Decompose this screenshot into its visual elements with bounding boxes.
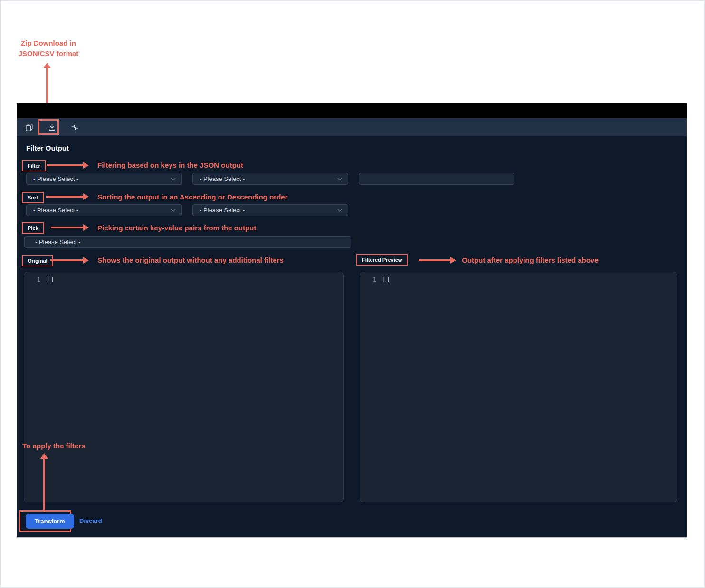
chevron-down-icon bbox=[171, 209, 176, 212]
panel-bottom-edge bbox=[17, 537, 687, 538]
sort-order-select-value: - Please Select - bbox=[200, 207, 337, 214]
sort-order-select[interactable]: - Please Select - bbox=[192, 204, 348, 216]
filtered-preview-label: Filtered Preview bbox=[356, 254, 408, 266]
sort-label: Sort bbox=[22, 192, 44, 203]
code-content: [] bbox=[47, 276, 54, 283]
copy-icon bbox=[25, 123, 33, 132]
original-annotation: Shows the original output without any ad… bbox=[97, 255, 284, 266]
filtered-preview-annotation: Output after applying filters listed abo… bbox=[462, 255, 599, 266]
chevron-down-icon bbox=[171, 178, 176, 180]
apply-annotation: To apply the filters bbox=[22, 441, 85, 451]
discard-link[interactable]: Discard bbox=[79, 517, 102, 524]
page-title: Filter Output bbox=[26, 144, 69, 152]
code-line: 1 [] bbox=[360, 272, 677, 283]
annotation-arrow-right-original bbox=[50, 257, 89, 264]
code-content: [] bbox=[382, 276, 390, 283]
annotation-arrow-right-pick bbox=[51, 224, 89, 231]
transform-button[interactable]: Transform bbox=[26, 514, 74, 529]
collapse-icon bbox=[71, 123, 79, 132]
code-line: 1 [] bbox=[24, 272, 343, 283]
filtered-preview-editor[interactable]: 1 [] bbox=[360, 272, 677, 502]
filter-key-select-value: - Please Select - bbox=[33, 175, 171, 182]
filter-annotation: Filtering based on keys in the JSON outp… bbox=[97, 160, 243, 171]
original-label: Original bbox=[22, 255, 53, 266]
copy-button[interactable] bbox=[23, 122, 35, 133]
annotation-arrow-up-transform bbox=[40, 453, 48, 510]
sort-annotation: Sorting the output in an Ascending or De… bbox=[97, 192, 287, 202]
annotation-arrow-right-filter bbox=[47, 162, 89, 169]
chevron-down-icon bbox=[337, 209, 342, 212]
annotation-arrow-right-sort bbox=[46, 193, 89, 200]
filter-key-select[interactable]: - Please Select - bbox=[26, 173, 182, 185]
pick-label: Pick bbox=[22, 222, 44, 234]
line-number: 1 bbox=[24, 276, 40, 283]
original-editor[interactable]: 1 [] bbox=[24, 272, 344, 502]
zip-download-annotation-line2: JSON/CSV format bbox=[10, 48, 86, 59]
sort-key-select-value: - Please Select - bbox=[33, 207, 171, 214]
page: Zip Download in JSON/CSV format bbox=[0, 0, 705, 588]
collapse-button[interactable] bbox=[69, 122, 80, 133]
zip-download-annotation-line1: Zip Download in bbox=[10, 38, 86, 48]
filter-operator-select-value: - Please Select - bbox=[200, 175, 337, 182]
annotation-arrow-right-filtered-preview bbox=[419, 257, 456, 264]
pick-annotation: Picking certain key-value pairs from the… bbox=[97, 223, 256, 233]
pick-select-value: - Please Select - bbox=[35, 238, 345, 246]
download-highlight-box bbox=[38, 119, 59, 135]
filter-label: Filter bbox=[22, 160, 46, 171]
window-top-bar bbox=[17, 103, 687, 118]
toolbar bbox=[17, 118, 687, 136]
filter-operator-select[interactable]: - Please Select - bbox=[192, 173, 348, 185]
chevron-down-icon bbox=[337, 178, 342, 180]
zip-download-annotation: Zip Download in JSON/CSV format bbox=[10, 38, 86, 59]
sort-key-select[interactable]: - Please Select - bbox=[26, 204, 182, 216]
line-number: 1 bbox=[360, 276, 376, 283]
filter-value-input[interactable] bbox=[359, 173, 514, 185]
pick-select[interactable]: - Please Select - bbox=[24, 236, 351, 248]
filter-output-panel: Filter Output Filter Filtering based on … bbox=[17, 103, 687, 538]
